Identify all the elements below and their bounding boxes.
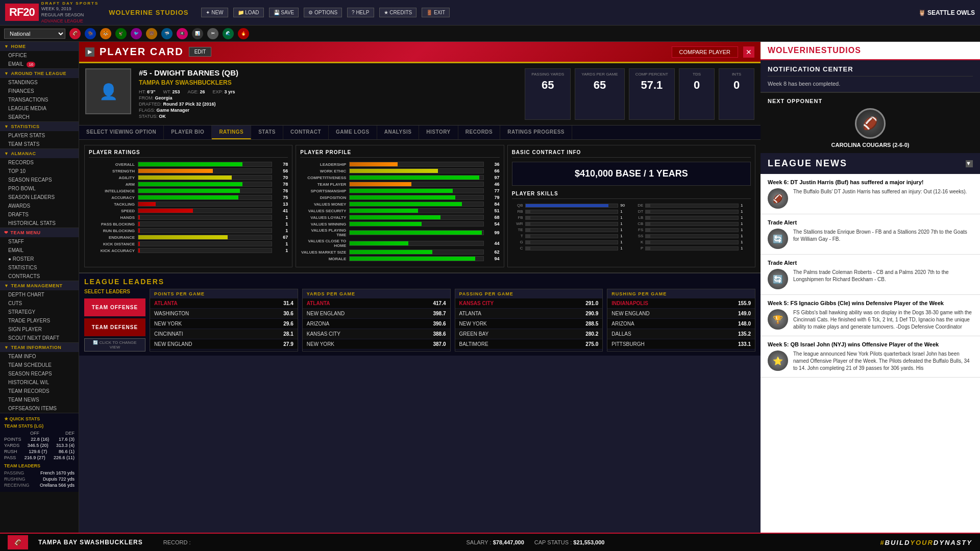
team-icon-11[interactable]: 🌊 <box>223 28 234 39</box>
tab-ratings[interactable]: RATINGS <box>212 126 251 139</box>
team-icon-2[interactable]: 🦬 <box>85 28 96 39</box>
team-icon-6[interactable]: 🐻 <box>146 28 157 39</box>
sidebar-item-finances[interactable]: FINANCES <box>0 87 79 95</box>
card-expand-icon[interactable]: ▶ <box>85 47 94 57</box>
sidebar-item-offseason[interactable]: OFFSEASON ITEMS <box>0 404 79 413</box>
sidebar-item-team-schedule[interactable]: TEAM SCHEDULE <box>0 361 79 369</box>
skill-row: T 1 <box>512 234 631 238</box>
sidebar-item-season-leaders[interactable]: SEASON LEADERS <box>0 193 79 202</box>
left-sidebar: ▼ HOME OFFICE EMAIL 16 ▼ AROUND THE LEAG… <box>0 42 79 551</box>
sidebar-home-header[interactable]: ▼ HOME <box>0 42 79 51</box>
quick-stats: ★ QUICK STATS TEAM STATS (LG) OFF DEF PO… <box>0 413 79 492</box>
team-offense-button[interactable]: TEAM OFFENSE <box>84 298 145 316</box>
sidebar-item-team-info[interactable]: TEAM INFO <box>0 352 79 361</box>
team-icon-9[interactable]: 📊 <box>192 28 203 39</box>
sidebar-home-section: ▼ HOME OFFICE EMAIL 16 <box>0 42 79 69</box>
skill-row: K 1 <box>632 240 751 244</box>
tab-contract[interactable]: CONTRACT <box>283 126 329 139</box>
sidebar-item-transactions[interactable]: TRANSACTIONS <box>0 95 79 104</box>
sidebar-item-info-recaps[interactable]: SEASON RECAPS <box>0 369 79 378</box>
sidebar-item-team-email[interactable]: EMAIL <box>0 246 79 255</box>
sidebar-item-awards[interactable]: AWARDS <box>0 202 79 210</box>
sidebar-item-depth-chart[interactable]: DEPTH CHART <box>0 290 79 299</box>
sidebar-almanac-header[interactable]: ▼ ALMANAC <box>0 149 79 158</box>
tab-history[interactable]: HISTORY <box>419 126 458 139</box>
top-bar: RF20 DRAFT DAY SPORTS WEEK 9, 2019 REGUL… <box>0 0 980 26</box>
sidebar-item-player-stats[interactable]: PLAYER STATS <box>0 131 79 140</box>
load-button[interactable]: 📁 LOAD <box>233 8 264 17</box>
sidebar-item-standings[interactable]: STANDINGS <box>0 78 79 87</box>
help-button[interactable]: ? HELP <box>347 8 374 17</box>
sidebar-item-team-records[interactable]: TEAM RECORDS <box>0 387 79 395</box>
sidebar-team-mgmt-header[interactable]: ▼ TEAM MANAGEMENT <box>0 281 79 290</box>
options-button[interactable]: ⚙ OPTIONS <box>304 8 342 17</box>
news-item: Week 6: DT Justin Harris (Buf) has suffe… <box>761 174 980 214</box>
sidebar-item-scout[interactable]: SCOUT NEXT DRAFT <box>0 334 79 342</box>
table-row: NEW ENGLAND 27.9 <box>150 339 298 349</box>
profile-rating-row: VALUES PLAYING TIME 99 <box>300 228 499 237</box>
tab-viewing[interactable]: SELECT VIEWING OPTION <box>79 126 164 139</box>
sidebar-item-top10[interactable]: TOP 10 <box>0 167 79 176</box>
notification-title: NOTIFICATION CENTER <box>768 65 973 77</box>
sidebar-item-pro-bowl[interactable]: PRO BOWL <box>0 184 79 193</box>
sidebar-item-statistics[interactable]: STATISTICS <box>0 263 79 272</box>
team-icon-7[interactable]: 🦈 <box>161 28 173 39</box>
sidebar-item-staff[interactable]: STAFF <box>0 237 79 246</box>
sidebar-item-league-media[interactable]: LEAGUE MEDIA <box>0 104 79 113</box>
player-card-header: ▶ PLAYER CARD EDIT COMPARE PLAYER ✕ <box>79 42 761 63</box>
sidebar-item-cuts[interactable]: CUTS <box>0 299 79 308</box>
team-defense-button[interactable]: TEAM DEFENSE <box>84 318 145 336</box>
edit-button[interactable]: EDIT <box>189 47 212 57</box>
sidebar-item-roster[interactable]: ● ROSTER <box>0 255 79 263</box>
tab-gamelogs[interactable]: GAME LOGS <box>329 126 377 139</box>
compare-player-button[interactable]: COMPARE PLAYER <box>672 46 738 58</box>
tab-analysis[interactable]: ANALYSIS <box>377 126 420 139</box>
league-dropdown[interactable]: National American Conference <box>4 29 65 39</box>
sidebar-item-records[interactable]: RECORDS <box>0 158 79 167</box>
news-icon: 🏈 <box>768 188 788 209</box>
sidebar-item-season-recaps[interactable]: SEASON RECAPS <box>0 176 79 184</box>
tab-progress[interactable]: RATINGS PROGRESS <box>500 126 572 139</box>
sidebar-item-sign-player[interactable]: SIGN PLAYER <box>0 325 79 334</box>
sidebar-item-office[interactable]: OFFICE <box>0 51 79 60</box>
sidebar-item-team-news[interactable]: TEAM NEWS <box>0 395 79 404</box>
sidebar-item-strategy[interactable]: STRATEGY <box>0 308 79 316</box>
tab-stats[interactable]: STATS <box>251 126 283 139</box>
exit-button[interactable]: 🚪 EXIT <box>422 8 450 17</box>
sidebar-item-search[interactable]: SEARCH <box>0 113 79 121</box>
sidebar-item-trade-players[interactable]: TRADE PLAYERS <box>0 316 79 325</box>
team-icon-8[interactable]: 🏴‍☠️ <box>177 28 188 39</box>
player-bio-row-3: DRAFTED: Round 37 Pick 32 (2016) <box>139 102 517 107</box>
close-card-button[interactable]: ✕ <box>743 46 754 58</box>
sidebar-team-menu-header[interactable]: ❤ TEAM MENU <box>0 228 79 237</box>
team-icon-1[interactable]: 🏈 <box>69 28 81 39</box>
sidebar-item-hist-wl[interactable]: HISTORICAL W/L <box>0 378 79 387</box>
team-icon-3[interactable]: 🐯 <box>100 28 111 39</box>
profile-rating-row: MORALE 94 <box>300 256 499 261</box>
player-bio-row-4: FLAGS: Game Manager <box>139 108 517 113</box>
sidebar-league-header[interactable]: ▼ AROUND THE LEAGUE <box>0 69 79 78</box>
credits-button[interactable]: ★ CREDITS <box>379 8 417 17</box>
team-icon-4[interactable]: 🦅 <box>115 28 127 39</box>
team-icon-5[interactable]: 🐦 <box>131 28 142 39</box>
qs-title: ★ QUICK STATS <box>4 416 75 421</box>
ratings-title: PLAYER RATINGS <box>89 149 288 158</box>
table-row: NEW YORK 387.0 <box>303 339 450 349</box>
bottom-record: RECORD : <box>163 539 191 545</box>
sidebar-item-contracts[interactable]: CONTRACTS <box>0 272 79 281</box>
sidebar-team-info-header[interactable]: ▼ TEAM INFORMATION <box>0 343 79 352</box>
sidebar-item-drafts[interactable]: DRAFTS <box>0 210 79 219</box>
team-icon-10[interactable]: ✂ <box>207 28 218 39</box>
skill-row: P 1 <box>632 246 751 251</box>
sidebar-item-email[interactable]: EMAIL 16 <box>0 60 79 68</box>
news-scroll-indicator[interactable]: ▼ <box>966 160 973 167</box>
sidebar-item-team-stats[interactable]: TEAM STATS <box>0 140 79 148</box>
sidebar-stats-header[interactable]: ▼ STATISTICS <box>0 122 79 131</box>
team-icon-12[interactable]: 🔥 <box>238 28 249 39</box>
sidebar-item-hist-stats[interactable]: HISTORICAL STATS <box>0 219 79 228</box>
tab-bio[interactable]: PLAYER BIO <box>164 126 212 139</box>
save-button[interactable]: 💾 SAVE <box>269 8 299 17</box>
tab-records[interactable]: RECORDS <box>458 126 501 139</box>
new-button[interactable]: ✦ NEW <box>201 8 228 17</box>
change-view-button[interactable]: 🔄 CLICK TO CHANGE VIEW <box>84 338 145 352</box>
